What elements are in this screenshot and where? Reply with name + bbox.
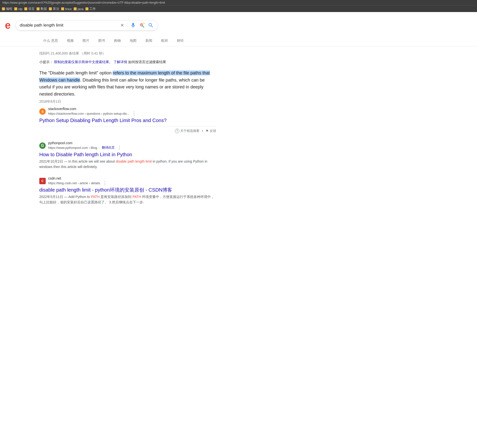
bookmark-item[interactable]: java bbox=[74, 7, 84, 11]
bookmark-icon bbox=[85, 7, 88, 10]
result-desc-prefix: — In this article we will see about bbox=[64, 159, 116, 163]
about-snippet-button[interactable]: ? 关于精选摘要 bbox=[175, 129, 199, 133]
bookmark-item[interactable]: 语言 bbox=[24, 7, 35, 11]
tab-财经[interactable]: 财经 bbox=[173, 36, 188, 46]
bookmark-label: 编程 bbox=[6, 7, 12, 11]
bookmark-item[interactable]: 算法 bbox=[49, 7, 59, 11]
tab-图片[interactable]: 图片 bbox=[79, 36, 93, 46]
result-options-icon[interactable]: ⋮ bbox=[117, 145, 122, 150]
result-description: 2022年5月11日 — Add Python to PATH 是将安装路径添加… bbox=[39, 194, 216, 205]
main-wrapper: e disable path length limit ✕ bbox=[0, 12, 477, 217]
vertical-divider bbox=[127, 22, 127, 28]
bookmark-icon bbox=[61, 7, 64, 10]
translate-link[interactable]: 翻译此页 bbox=[102, 145, 115, 150]
feedback-icon: ⚑ bbox=[206, 129, 209, 133]
google-lens-icon[interactable] bbox=[139, 22, 145, 28]
bookmark-label: java bbox=[78, 7, 84, 11]
about-snippet-label: 关于精选摘要 bbox=[180, 129, 199, 133]
result-options-icon[interactable]: ⋮ bbox=[132, 111, 136, 116]
tip-line: 小提示： 限制此搜索仅展示简体中文搜索结果。 了解详情 如何按语言过滤搜索结果 bbox=[39, 59, 216, 65]
result-site-info: stackoverflow.com https://stackoverflow.… bbox=[48, 107, 136, 116]
result-site-name: stackoverflow.com bbox=[48, 107, 136, 111]
result-title[interactable]: How to Disable Path length Limit in Pyth… bbox=[39, 151, 216, 158]
bookmark-label: 语言 bbox=[28, 7, 35, 11]
result-item-pythonpool: G pythonpool.com https://www.pythonpool.… bbox=[39, 141, 216, 169]
search-box[interactable]: disable path length limit ✕ bbox=[15, 20, 158, 30]
result-title[interactable]: Python Setup Disabling Path Length Limit… bbox=[39, 117, 216, 124]
search-header: e disable path length limit ✕ bbox=[0, 17, 477, 34]
feedback-label: 反馈 bbox=[210, 129, 216, 133]
bookmark-label: 数据 bbox=[41, 7, 47, 11]
result-url-text: https://stackoverflow.com › questions › … bbox=[48, 112, 129, 115]
search-input[interactable]: disable path length limit bbox=[20, 23, 118, 28]
result-desc-prefix: — Add Python to bbox=[64, 195, 91, 199]
result-item-csdn: C csdn.net https://blog.csdn.net › artic… bbox=[39, 176, 216, 205]
stackoverflow-favicon: S bbox=[39, 108, 46, 115]
result-site-name: pythonpool.com bbox=[48, 141, 122, 145]
bookmark-item[interactable]: 编程 bbox=[2, 7, 12, 11]
bookmark-icon bbox=[2, 7, 5, 10]
url-text: https://www.google.com/search?%20{google… bbox=[2, 1, 165, 4]
result-url-line: https://blog.csdn.net › article › detail… bbox=[48, 180, 107, 186]
tab-购物[interactable]: 购物 bbox=[110, 36, 125, 46]
question-icon: ? bbox=[175, 129, 179, 133]
result-count: 找到约 21,400,000 条结果 （用时 0.41 秒） bbox=[39, 51, 216, 56]
bookmark-icon bbox=[74, 7, 77, 10]
bookmark-item[interactable]: 工作 bbox=[85, 7, 96, 11]
result-desc-middle: 是将安装路径添加到 bbox=[100, 195, 131, 199]
tab-新闻[interactable]: 新闻 bbox=[141, 36, 156, 46]
clear-icon[interactable]: ✕ bbox=[120, 23, 124, 28]
result-url-line: https://www.pythonpool.com › Blog · 翻译此页… bbox=[48, 145, 122, 150]
tip-prefix: 小提示： bbox=[39, 60, 53, 64]
tab-地图[interactable]: 地图 bbox=[126, 36, 140, 46]
tip-link-2[interactable]: 了解详情 bbox=[113, 60, 127, 64]
browser-url-bar: https://www.google.com/search?%20{google… bbox=[0, 0, 477, 5]
bookmark-label: nlp bbox=[18, 7, 22, 11]
result-site-info: csdn.net https://blog.csdn.net › article… bbox=[48, 176, 107, 186]
pythonpool-favicon: G bbox=[39, 142, 46, 149]
svg-point-1 bbox=[141, 24, 142, 25]
dot-separator: • bbox=[202, 129, 203, 133]
svg-line-2 bbox=[142, 26, 144, 27]
search-icon[interactable] bbox=[148, 22, 154, 28]
result-desc-highlight2: PATH bbox=[132, 195, 141, 199]
result-source: C csdn.net https://blog.csdn.net › artic… bbox=[39, 176, 216, 186]
result-url-text: https://www.pythonpool.com › Blog bbox=[48, 146, 97, 150]
tip-suffix: 如何按语言过滤搜索结果 bbox=[128, 60, 166, 64]
snippet-source: S stackoverflow.com https://stackoverflo… bbox=[39, 107, 216, 124]
bookmarks-bar: 编程 nlp 语言 数据 算法 linux java 工作 bbox=[0, 5, 477, 12]
bookmark-label: 算法 bbox=[53, 7, 59, 11]
search-box-icons: ✕ bbox=[120, 22, 154, 28]
csdn-favicon: C bbox=[39, 178, 46, 184]
bookmark-icon bbox=[49, 7, 52, 10]
result-desc-date: 2022年5月11日 bbox=[39, 195, 63, 199]
feedback-button[interactable]: ⚑ 反馈 bbox=[206, 129, 216, 133]
snippet-text-before: The "Disable path length limit" option bbox=[39, 70, 113, 75]
result-desc-date: 2021年10月2日 bbox=[39, 159, 63, 163]
bookmark-label: linux bbox=[65, 7, 72, 11]
result-desc-highlight: disable path length limit bbox=[116, 159, 152, 163]
bookmark-label: 工作 bbox=[89, 7, 96, 11]
search-tabs: 什么 意思 视频 图片 图书 购物 地图 新闻 航班 财经 bbox=[0, 34, 477, 46]
result-url-line: https://stackoverflow.com › questions › … bbox=[48, 111, 136, 116]
result-url-text: https://blog.csdn.net › article › detail… bbox=[48, 181, 100, 185]
result-desc-highlight1: PATH bbox=[91, 195, 99, 199]
google-logo: e bbox=[5, 19, 11, 31]
bookmark-icon bbox=[37, 7, 40, 10]
tab-什么意思[interactable]: 什么 意思 bbox=[39, 36, 62, 46]
bookmark-item[interactable]: 数据 bbox=[37, 7, 47, 11]
results-area: 找到约 21,400,000 条结果 （用时 0.41 秒） 小提示： 限制此搜… bbox=[0, 46, 221, 217]
bookmark-icon bbox=[24, 7, 27, 10]
microphone-icon[interactable] bbox=[130, 22, 136, 28]
result-source: S stackoverflow.com https://stackoverflo… bbox=[39, 107, 216, 116]
tab-航班[interactable]: 航班 bbox=[157, 36, 172, 46]
bookmark-item[interactable]: nlp bbox=[14, 7, 22, 11]
result-site-name: csdn.net bbox=[48, 176, 107, 180]
result-options-icon[interactable]: ⋮ bbox=[103, 180, 107, 186]
bookmark-item[interactable]: linux bbox=[61, 7, 72, 11]
snippet-text: The "Disable path length limit" option r… bbox=[39, 70, 216, 98]
tab-图书[interactable]: 图书 bbox=[94, 36, 109, 46]
result-title[interactable]: disable path length limit - python环境的安装原… bbox=[39, 187, 216, 193]
tip-link-1[interactable]: 限制此搜索仅展示简体中文搜索结果。 bbox=[54, 60, 112, 64]
tab-视频[interactable]: 视频 bbox=[63, 36, 78, 46]
